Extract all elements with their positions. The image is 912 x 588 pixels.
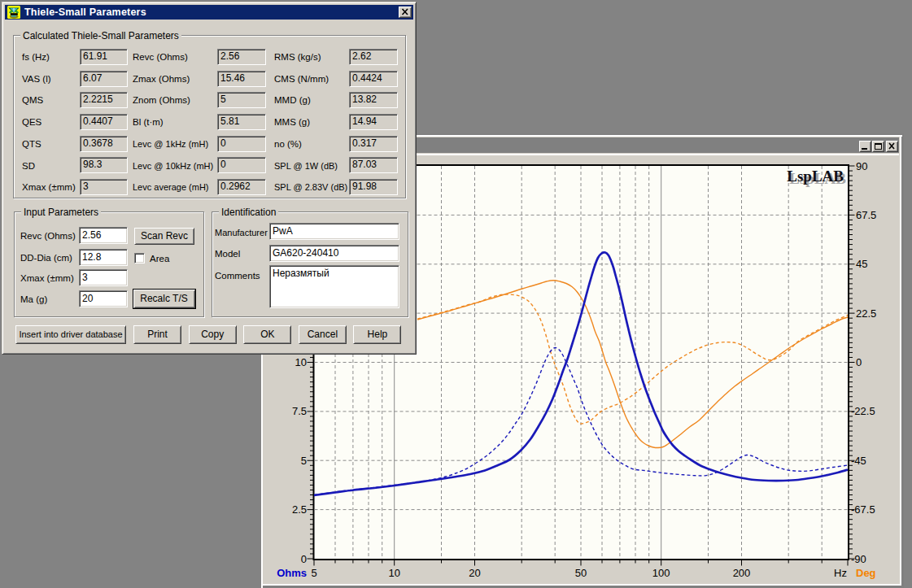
svg-text:200: 200 bbox=[733, 567, 751, 579]
svg-text:10: 10 bbox=[388, 567, 399, 579]
svg-text:100: 100 bbox=[652, 567, 670, 579]
svg-text:10: 10 bbox=[295, 356, 307, 368]
svg-text:LspLAB: LspLAB bbox=[787, 168, 844, 185]
svg-text:67.5: 67.5 bbox=[856, 209, 876, 221]
svg-text:-90: -90 bbox=[851, 553, 866, 565]
svg-text:2.5: 2.5 bbox=[292, 503, 307, 516]
svg-text:90: 90 bbox=[856, 160, 867, 172]
svg-text:7.5: 7.5 bbox=[292, 405, 307, 417]
svg-text:-67.5: -67.5 bbox=[851, 503, 875, 516]
svg-text:-22.5: -22.5 bbox=[851, 405, 875, 417]
svg-text:Deg: Deg bbox=[856, 567, 876, 579]
svg-text:Ohms: Ohms bbox=[277, 567, 307, 579]
svg-text:0: 0 bbox=[301, 553, 307, 565]
svg-text:-45: -45 bbox=[851, 455, 866, 467]
svg-text:0: 0 bbox=[856, 356, 862, 368]
svg-text:5: 5 bbox=[301, 455, 307, 467]
svg-text:50: 50 bbox=[575, 567, 587, 579]
svg-text:45: 45 bbox=[856, 258, 867, 270]
svg-text:Hz: Hz bbox=[834, 567, 847, 579]
svg-text:5: 5 bbox=[311, 567, 316, 579]
svg-text:20: 20 bbox=[469, 567, 480, 579]
svg-text:22.5: 22.5 bbox=[856, 307, 876, 320]
